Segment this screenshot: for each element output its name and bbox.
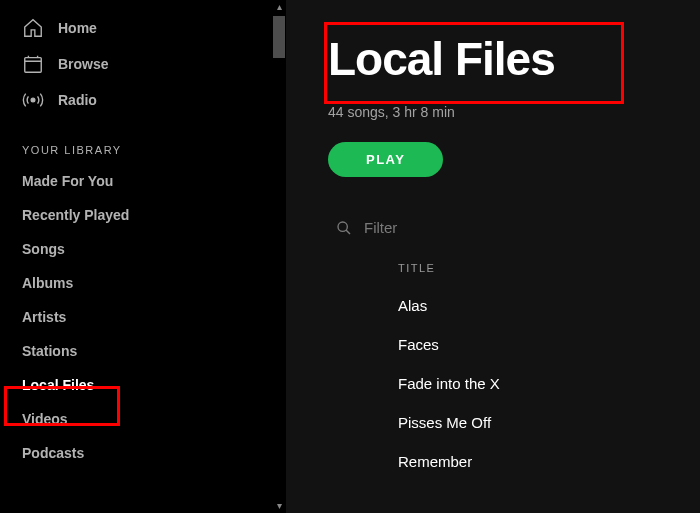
sidebar-item-stations[interactable]: Stations bbox=[0, 334, 286, 368]
nav-item-browse[interactable]: Browse bbox=[0, 46, 286, 82]
track-row[interactable]: Fade into the X bbox=[328, 364, 700, 403]
filter-input[interactable] bbox=[364, 219, 554, 236]
sidebar-item-artists[interactable]: Artists bbox=[0, 300, 286, 334]
filter-row bbox=[328, 217, 700, 254]
nav-label: Radio bbox=[58, 92, 97, 108]
sidebar-scrollbar[interactable]: ▴ ▾ bbox=[272, 0, 286, 513]
sidebar-item-podcasts[interactable]: Podcasts bbox=[0, 436, 286, 470]
nav-top: Home Browse Radio bbox=[0, 10, 286, 136]
sidebar: Home Browse Radio YOUR LIBRARY Made For … bbox=[0, 0, 286, 513]
nav-label: Browse bbox=[58, 56, 109, 72]
annotation-highlight bbox=[4, 386, 120, 426]
play-button[interactable]: PLAY bbox=[328, 142, 443, 177]
annotation-highlight bbox=[324, 22, 624, 104]
home-icon bbox=[22, 17, 44, 39]
column-header-title: TITLE bbox=[328, 254, 700, 286]
scroll-down-icon[interactable]: ▾ bbox=[274, 501, 284, 511]
scroll-up-icon[interactable]: ▴ bbox=[274, 2, 284, 12]
track-row[interactable]: Remember bbox=[328, 442, 700, 481]
svg-rect-0 bbox=[25, 58, 42, 73]
scroll-thumb[interactable] bbox=[273, 16, 285, 58]
sidebar-item-songs[interactable]: Songs bbox=[0, 232, 286, 266]
track-row[interactable]: Pisses Me Off bbox=[328, 403, 700, 442]
nav-label: Home bbox=[58, 20, 97, 36]
svg-point-2 bbox=[338, 222, 347, 231]
track-row[interactable]: Alas bbox=[328, 286, 700, 325]
sidebar-item-made-for-you[interactable]: Made For You bbox=[0, 164, 286, 198]
radio-icon bbox=[22, 89, 44, 111]
browse-icon bbox=[22, 53, 44, 75]
search-icon bbox=[336, 220, 352, 236]
svg-point-1 bbox=[31, 98, 35, 102]
library-header: YOUR LIBRARY bbox=[0, 136, 286, 164]
nav-item-home[interactable]: Home bbox=[0, 10, 286, 46]
sidebar-item-albums[interactable]: Albums bbox=[0, 266, 286, 300]
nav-item-radio[interactable]: Radio bbox=[0, 82, 286, 118]
track-row[interactable]: Faces bbox=[328, 325, 700, 364]
playlist-meta: 44 songs, 3 hr 8 min bbox=[328, 104, 700, 120]
sidebar-item-recently-played[interactable]: Recently Played bbox=[0, 198, 286, 232]
